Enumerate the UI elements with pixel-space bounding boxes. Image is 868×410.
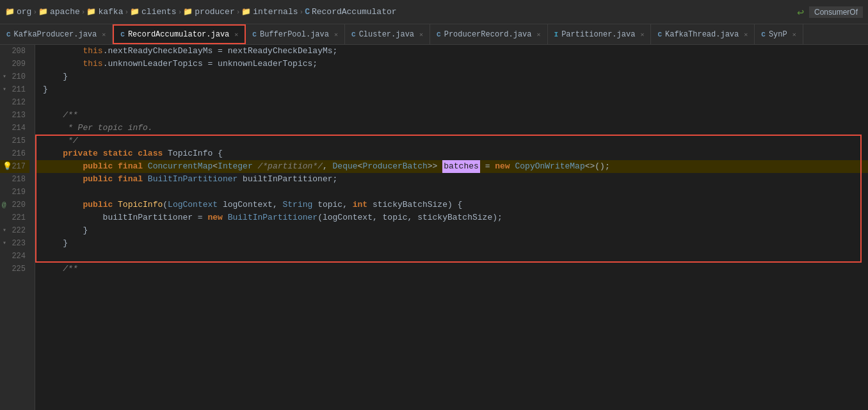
tab-icon-record: C — [120, 31, 125, 38]
breadcrumb-kafka[interactable]: 📁 kafka — [86, 7, 123, 17]
tab-close-buffer[interactable]: ✕ — [334, 31, 338, 38]
tab-close-cluster[interactable]: ✕ — [419, 31, 423, 38]
code-line-219 — [35, 186, 868, 199]
line-num-222: ▾ 222 — [0, 224, 29, 237]
breadcrumb-recordaccumulator[interactable]: C RecordAccumulator — [305, 7, 396, 17]
at-icon-220: @ — [2, 199, 6, 211]
tab-icon-cluster: C — [351, 31, 356, 38]
code-line-215: */ — [35, 135, 868, 147]
code-area[interactable]: this.nextReadyCheckDelayMs = nextReadyCh… — [35, 45, 868, 410]
editor-container: 208 209 ▾ 210 ▾ 211 212 213 214 215 216 … — [0, 45, 868, 410]
code-line-222: } — [35, 224, 868, 237]
line-num-210: ▾ 210 — [0, 70, 29, 83]
breadcrumb-sep-1: › — [33, 8, 37, 16]
tab-synp[interactable]: C SynP ✕ — [755, 24, 803, 44]
breadcrumb-kafka-label: kafka — [98, 7, 123, 17]
breadcrumb-sep-2: › — [81, 8, 86, 16]
tab-kafka-producer[interactable]: C KafkaProducer.java ✕ — [0, 24, 113, 44]
tab-label-kafka-thread: KafkaThread.java — [665, 30, 739, 39]
arrow-down-icon-211: ▾ — [3, 83, 6, 96]
tab-record-accumulator[interactable]: C RecordAccumulator.java ✕ — [113, 24, 246, 44]
tabs-bar: C KafkaProducer.java ✕ C RecordAccumulat… — [0, 24, 868, 45]
line-num-209: 209 — [0, 58, 29, 70]
tab-icon-producer-record: C — [437, 31, 441, 38]
code-line-209: this.unknownLeaderTopics = unknownLeader… — [35, 58, 868, 70]
consumer-label: ConsumerOf — [809, 6, 863, 18]
breadcrumb-org-label: org — [17, 7, 31, 17]
line-num-211: ▾ 211 — [0, 83, 29, 96]
tab-close-producer-record[interactable]: ✕ — [537, 31, 541, 38]
breadcrumb-producer[interactable]: 📁 producer — [183, 7, 234, 17]
tab-label-record-accumulator: RecordAccumulator.java — [128, 30, 229, 39]
code-line-210: } — [35, 70, 868, 83]
line-num-216: 216 — [0, 147, 29, 160]
breadcrumb-sep-5: › — [236, 8, 241, 16]
folder-icon: 📁 — [5, 7, 15, 17]
line-num-218: 218 — [0, 173, 29, 186]
code-line-224 — [35, 250, 868, 263]
breadcrumb-sep-3: › — [124, 8, 129, 16]
line-num-215: 215 — [0, 135, 29, 147]
line-num-219: 219 — [0, 186, 29, 199]
field-highlight-batches: batches — [442, 160, 480, 173]
line-num-224: 224 — [0, 250, 29, 263]
bulb-icon-217[interactable]: 💡 — [3, 160, 12, 173]
tab-buffer-pool[interactable]: C BufferPool.java ✕ — [246, 24, 345, 44]
breadcrumb-clients-label: clients — [141, 7, 177, 17]
arrow-down-icon-223: ▾ — [3, 237, 6, 250]
code-line-216: private static class TopicInfo { — [35, 147, 868, 160]
folder-icon-kafka: 📁 — [86, 7, 96, 17]
folder-icon-clients: 📁 — [130, 7, 140, 17]
line-num-217: 💡 217 — [0, 160, 29, 173]
breadcrumb-right: ↩ ConsumerOf — [797, 5, 863, 19]
breadcrumb-apache-label: apache — [50, 7, 80, 17]
tab-partitioner[interactable]: I Partitioner.java ✕ — [548, 24, 652, 44]
lines-wrapper: this.nextReadyCheckDelayMs = nextReadyCh… — [35, 45, 868, 275]
folder-icon-apache: 📁 — [38, 7, 48, 17]
code-line-211: } — [35, 83, 868, 96]
tab-icon-partitioner: I — [554, 31, 559, 38]
tab-icon-buffer: C — [252, 31, 257, 38]
code-line-225: /** — [35, 263, 868, 275]
breadcrumb-clients[interactable]: 📁 clients — [130, 7, 177, 17]
code-line-217: public final ConcurrentMap<Integer /*par… — [35, 160, 868, 173]
breadcrumb-internals[interactable]: 📁 internals — [241, 7, 298, 17]
code-line-221: builtInPartitioner = new BuiltInPartitio… — [35, 211, 868, 224]
line-num-223: ▾ 223 — [0, 237, 29, 250]
tab-close-record[interactable]: ✕ — [234, 31, 238, 38]
arrow-down-icon-210: ▾ — [3, 70, 6, 83]
tab-close-partitioner[interactable]: ✕ — [640, 31, 644, 38]
tab-close-kafka-thread[interactable]: ✕ — [744, 31, 748, 38]
tab-label-kafka-producer: KafkaProducer.java — [14, 30, 97, 39]
code-line-208: this.nextReadyCheckDelayMs = nextReadyCh… — [35, 45, 868, 58]
code-line-214: * Per topic info. — [35, 122, 868, 135]
arrow-down-icon-222: ▾ — [3, 224, 6, 237]
tab-icon-java: C — [6, 31, 11, 38]
line-num-208: 208 — [0, 45, 29, 58]
code-line-218: public final BuiltInPartitioner builtInP… — [35, 173, 868, 186]
tab-icon-synp: C — [761, 31, 766, 38]
code-line-212 — [35, 96, 868, 109]
gutter: 208 209 ▾ 210 ▾ 211 212 213 214 215 216 … — [0, 45, 35, 410]
back-icon[interactable]: ↩ — [797, 5, 804, 19]
code-line-220: public TopicInfo(LogContext logContext, … — [35, 199, 868, 211]
tab-producer-record[interactable]: C ProducerRecord.java ✕ — [430, 24, 547, 44]
breadcrumb-internals-label: internals — [253, 7, 298, 17]
tab-cluster[interactable]: C Cluster.java ✕ — [345, 24, 430, 44]
breadcrumb-apache[interactable]: 📁 apache — [38, 7, 80, 17]
line-num-221: 221 — [0, 211, 29, 224]
tab-close-kafka-producer[interactable]: ✕ — [102, 31, 106, 38]
breadcrumb-class-label: RecordAccumulator — [312, 7, 397, 17]
breadcrumb-sep-4: › — [178, 8, 182, 16]
tab-close-synp[interactable]: ✕ — [792, 31, 796, 38]
tab-kafka-thread[interactable]: C KafkaThread.java ✕ — [651, 24, 755, 44]
tab-label-partitioner: Partitioner.java — [561, 30, 635, 39]
breadcrumb-bar: 📁 org › 📁 apache › 📁 kafka › 📁 clients ›… — [0, 0, 868, 24]
line-num-213: 213 — [0, 109, 29, 122]
folder-icon-internals: 📁 — [241, 7, 251, 17]
breadcrumb-sep-6: › — [300, 8, 304, 16]
line-num-220: @ 220 — [0, 199, 29, 211]
line-num-214: 214 — [0, 122, 29, 135]
breadcrumb-org[interactable]: 📁 org — [5, 7, 31, 17]
folder-icon-producer: 📁 — [183, 7, 193, 17]
